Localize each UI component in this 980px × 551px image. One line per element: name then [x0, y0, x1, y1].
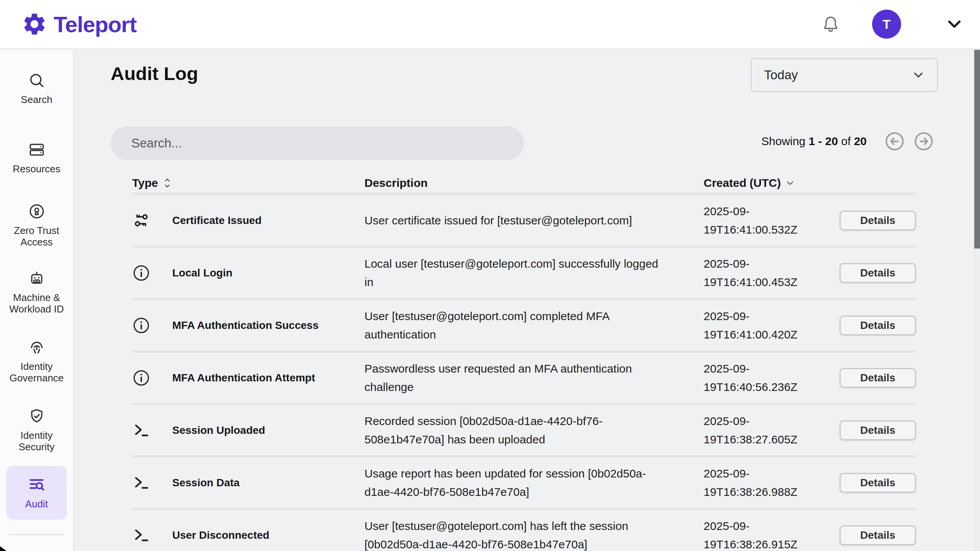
- sidebar-item-machine-workload-id[interactable]: Machine & Workload ID: [0, 270, 73, 315]
- event-type: Session Data: [172, 477, 240, 489]
- event-created: 2025-09-19T16:38:27.605Z: [704, 412, 840, 449]
- scrollbar-thumb[interactable]: [974, 50, 980, 249]
- event-description: User [testuser@goteleport.com] has left …: [364, 517, 704, 551]
- actions-cell: Details: [840, 525, 916, 545]
- teleport-logo[interactable]: Teleport: [21, 11, 137, 37]
- event-type: MFA Authentication Success: [172, 319, 318, 332]
- column-label: Type: [132, 177, 158, 190]
- gear-icon: [21, 11, 47, 37]
- actions-cell: Details: [840, 316, 916, 335]
- zero-trust-access-icon: [28, 203, 46, 220]
- user-avatar[interactable]: T: [872, 10, 901, 39]
- time-range-value: Today: [764, 68, 798, 82]
- type-cell: MFA Authentication Success: [132, 316, 364, 335]
- event-created: 2025-09-19T16:41:00.453Z: [704, 255, 840, 291]
- column-header-type[interactable]: Type: [132, 177, 364, 190]
- mouse-cursor: [0, 545, 10, 551]
- sidebar-item-zero-trust-access[interactable]: Zero Trust Access: [0, 203, 73, 248]
- table-row: Session Data Usage report has been updat…: [132, 458, 916, 510]
- event-type: Session Uploaded: [172, 424, 265, 437]
- pagination: Showing 1 - 20 of 20: [761, 132, 933, 151]
- sidebar-item-audit[interactable]: Audit: [7, 466, 67, 520]
- keys-icon: [132, 211, 150, 230]
- notifications-bell-icon[interactable]: [822, 15, 840, 33]
- identity-governance-icon: [28, 338, 46, 356]
- table-row: MFA Authentication Attempt Passwordless …: [132, 353, 916, 405]
- terminal-icon: [132, 474, 150, 492]
- table-row: Local Login Local user [testuser@gotelep…: [132, 248, 916, 300]
- details-button[interactable]: Details: [840, 420, 916, 440]
- type-cell: MFA Authentication Attempt: [132, 369, 364, 387]
- event-created: 2025-09-19T16:38:26.915Z: [704, 517, 840, 551]
- sidebar-item-label: Zero Trust Access: [6, 225, 68, 248]
- event-description: User certificate issued for [testuser@go…: [364, 211, 704, 230]
- audit-icon: [28, 476, 46, 494]
- scrollbar-track[interactable]: [974, 50, 980, 551]
- top-bar: Teleport T: [0, 0, 980, 49]
- showing-total: 20: [854, 135, 867, 147]
- details-button[interactable]: Details: [840, 368, 916, 388]
- details-button[interactable]: Details: [840, 473, 916, 493]
- actions-cell: Details: [840, 211, 916, 231]
- table-row: MFA Authentication Success User [testuse…: [132, 300, 916, 353]
- actions-cell: Details: [840, 420, 916, 440]
- event-created: 2025-09-19T16:38:26.988Z: [704, 464, 840, 501]
- chevron-down-icon: [785, 178, 795, 188]
- sidebar-item-resources[interactable]: Resources: [0, 141, 73, 175]
- search-icon: [28, 72, 46, 89]
- event-type: MFA Authentication Attempt: [172, 372, 315, 384]
- prev-page-button[interactable]: [885, 132, 904, 151]
- event-description: Usage report has been updated for sessio…: [364, 464, 704, 501]
- table-row: User Disconnected User [testuser@gotelep…: [132, 510, 916, 551]
- event-description: Recorded session [0b02d50a-d1ae-4420-bf7…: [364, 412, 704, 449]
- brand-name: Teleport: [54, 11, 137, 37]
- page-title: Audit Log: [111, 61, 198, 86]
- arrow-right-circle-icon: [914, 132, 933, 151]
- details-button[interactable]: Details: [840, 525, 916, 545]
- arrow-left-circle-icon: [885, 132, 904, 151]
- showing-range: 1 - 20: [808, 135, 838, 147]
- column-label: Created (UTC): [704, 177, 781, 190]
- info-icon: [132, 316, 150, 335]
- showing-of: of: [841, 135, 851, 147]
- info-icon: [132, 264, 150, 282]
- showing-prefix: Showing: [761, 135, 805, 147]
- type-cell: Session Data: [132, 474, 364, 492]
- details-button[interactable]: Details: [840, 316, 916, 335]
- next-page-button[interactable]: [914, 132, 933, 151]
- sidebar-item-identity-governance[interactable]: Identity Governance: [0, 338, 73, 384]
- time-range-select[interactable]: Today: [751, 58, 938, 92]
- event-description: Local user [testuser@goteleport.com] suc…: [364, 255, 704, 291]
- sidebar-item-identity-security[interactable]: Identity Security: [0, 407, 73, 453]
- type-cell: User Disconnected: [132, 526, 364, 544]
- actions-cell: Details: [840, 263, 916, 283]
- sidebar-item-label: Resources: [13, 163, 60, 175]
- showing-text: Showing 1 - 20 of 20: [761, 135, 867, 148]
- details-button[interactable]: Details: [840, 263, 916, 283]
- audit-log-table: Type Description Created (UTC): [132, 173, 916, 551]
- sidebar: Search Resources Zero Trust Access: [0, 50, 74, 551]
- sidebar-item-label: Identity Security: [6, 430, 68, 453]
- avatar-initial: T: [883, 17, 891, 32]
- screen: Teleport T Search: [0, 0, 980, 551]
- column-label: Description: [364, 177, 428, 189]
- column-header-created[interactable]: Created (UTC): [704, 177, 840, 190]
- user-menu-chevron-down-icon[interactable]: [944, 14, 965, 34]
- machine-workload-id-icon: [28, 270, 46, 287]
- actions-cell: Details: [840, 368, 916, 388]
- resources-icon: [28, 141, 46, 159]
- terminal-icon: [132, 526, 150, 544]
- event-type: Local Login: [172, 267, 232, 279]
- event-description: User [testuser@goteleport.com] completed…: [364, 307, 704, 344]
- sidebar-item-label: Search: [21, 94, 52, 105]
- terminal-icon: [132, 421, 150, 440]
- search-input[interactable]: [111, 126, 524, 160]
- table-row: Session Uploaded Recorded session [0b02d…: [132, 405, 916, 458]
- sidebar-item-label: Audit: [25, 498, 48, 510]
- sidebar-item-search[interactable]: Search: [0, 72, 73, 105]
- info-icon: [132, 369, 150, 387]
- sidebar-divider: [10, 534, 64, 535]
- details-button[interactable]: Details: [840, 211, 916, 231]
- column-header-description: Description: [364, 177, 704, 190]
- event-type: Certificate Issued: [172, 214, 261, 227]
